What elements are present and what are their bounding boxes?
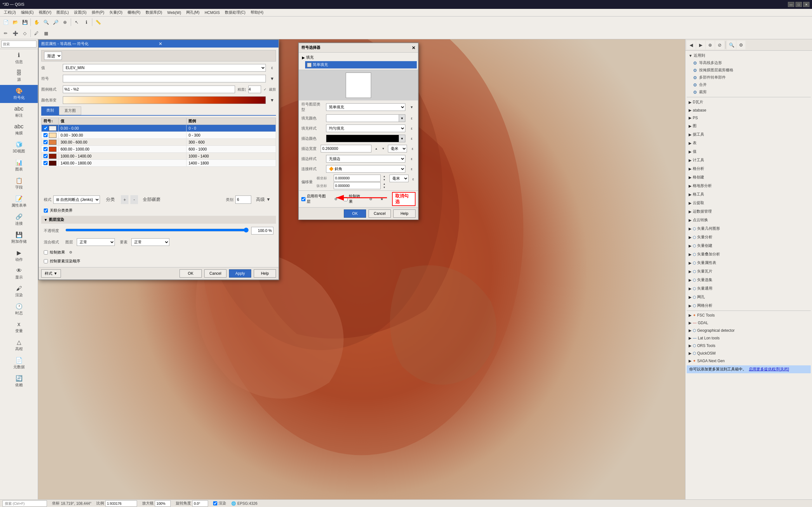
y-offset-up[interactable]: ▲ xyxy=(382,182,387,186)
color-swatch[interactable] xyxy=(49,126,56,131)
enable-layer-label[interactable]: 启用符号图层 xyxy=(301,193,328,205)
data-tools-header[interactable]: ▶ 据工具 xyxy=(687,131,811,138)
join-style-select[interactable]: 🔶 斜角 xyxy=(326,165,405,173)
topology-btn[interactable]: ▦ xyxy=(42,29,50,38)
row-checkbox[interactable] xyxy=(44,154,48,158)
zoom-out-btn[interactable]: 🔎 xyxy=(51,18,60,26)
close-button[interactable]: ✕ xyxy=(803,2,809,7)
lat-lon-header[interactable]: ▶ — Lat Lon tools xyxy=(687,335,811,341)
row-check[interactable] xyxy=(42,146,59,153)
sym-tree-fill[interactable]: ▶ 填充 xyxy=(300,54,417,61)
y-offset-down[interactable]: ▼ xyxy=(382,186,387,189)
x-offset-input[interactable] xyxy=(334,175,380,181)
fill-style-select[interactable]: 均匀填充 xyxy=(326,124,405,132)
panel-item-multi-single[interactable]: ⚙ 多部件转单部件 xyxy=(687,74,811,81)
sidebar-item-labels[interactable]: abc 标注 xyxy=(0,103,38,121)
zoom-in-btn[interactable]: 🔍 xyxy=(42,18,50,26)
crs-display[interactable]: 🌐 EPSG:4326 xyxy=(231,501,257,506)
map-canvas[interactable]: 图层属性 - 等高线 — 符号化 ✕ 渐进 值 ELEV_MIN xyxy=(38,39,685,499)
table-row[interactable]: 300.00 - 600.00 300 - 600 xyxy=(42,139,276,146)
grid-create-header[interactable]: ▶ 格创建 xyxy=(687,174,811,181)
symbol-selector-close-btn[interactable]: ✕ xyxy=(412,45,415,50)
draw-effects-check-label[interactable]: 绘制效果 xyxy=(344,193,363,205)
draw-effects-checkbox[interactable] xyxy=(44,250,48,255)
menu-processing[interactable]: 数据处理(C) xyxy=(222,9,248,16)
database-header[interactable]: ▶ atabase xyxy=(687,107,811,113)
stroke-width-expr-btn[interactable]: ε xyxy=(409,144,415,153)
digitize-btn[interactable]: 🖊 xyxy=(32,29,41,38)
enable-layer-checkbox[interactable] xyxy=(301,197,305,201)
advanced-btn[interactable]: 高级 ▼ xyxy=(253,195,273,204)
add-class-btn[interactable]: + xyxy=(121,195,129,204)
classify-btn[interactable]: 分类 xyxy=(102,195,119,204)
magnifier-input[interactable] xyxy=(155,500,171,507)
layer-rendering-header[interactable]: ▼ 图层渲染 xyxy=(41,216,276,224)
menu-view[interactable]: 视图(V) xyxy=(36,9,54,16)
sidebar-item-diagram[interactable]: 📊 图表 xyxy=(0,157,38,175)
vector-geom-header[interactable]: ▶ ⬡ 矢量几何图形 xyxy=(687,225,811,232)
stroke-style-select[interactable]: 无描边 xyxy=(326,155,405,163)
row-checkbox[interactable] xyxy=(44,147,48,151)
draw-effects-edit-btn[interactable]: ⚙ xyxy=(67,249,74,256)
precision-input[interactable] xyxy=(248,86,261,93)
renderer-select[interactable]: 渐进 xyxy=(44,52,62,60)
menu-mesh[interactable]: 网孔(M) xyxy=(184,9,202,16)
pan-btn[interactable]: ✋ xyxy=(32,18,41,26)
row-check[interactable] xyxy=(42,125,59,132)
grid-analysis2-header[interactable]: ▶ ⬡ 网格分析 xyxy=(687,302,811,309)
add-feature-btn[interactable]: ➕ xyxy=(11,29,20,38)
table-row[interactable]: 0.00 - 300.00 0 - 300 xyxy=(42,132,276,139)
vector-overlay-header[interactable]: ▶ ⬡ 矢量叠加分析 xyxy=(687,250,811,258)
fsc-tools-header[interactable]: ▶ ✦ FSC Tools xyxy=(687,312,811,319)
sidebar-item-3dview[interactable]: 🧊 3D视图 xyxy=(0,138,38,157)
row-check[interactable] xyxy=(42,132,59,139)
right-tb-btn-1[interactable]: ◀ xyxy=(687,41,696,49)
fill-color-box[interactable]: ▼ xyxy=(326,114,405,122)
notification-link[interactable]: 启用更多提供程序[关闭] xyxy=(749,367,789,372)
control-render-checkbox[interactable] xyxy=(44,259,48,263)
measure-btn[interactable]: 📏 xyxy=(94,18,102,26)
sym-tree-simple-fill[interactable]: 简单填充 xyxy=(305,61,417,68)
menu-database[interactable]: 数据库(D) xyxy=(143,9,165,16)
sym-ok-button[interactable]: OK xyxy=(344,210,366,218)
render-checkbox[interactable] xyxy=(213,501,217,505)
sidebar-item-display[interactable]: 👁 显示 xyxy=(0,265,38,283)
join-style-expr-btn[interactable]: ε xyxy=(408,164,415,173)
geo-detector-header[interactable]: ▶ ⬡ Geographical detector xyxy=(687,327,811,334)
search-status-input[interactable] xyxy=(3,500,47,507)
color-swatch[interactable] xyxy=(49,133,56,138)
raster-data-header[interactable]: ▶ 运数据管理 xyxy=(687,208,811,215)
stroke-color-btn[interactable]: ▼ xyxy=(399,135,405,142)
rotation-input[interactable] xyxy=(192,500,208,507)
panel-item-clip-raster[interactable]: ⚙ 按掩膜图层裁剪栅格 xyxy=(687,66,811,74)
opacity-slider[interactable] xyxy=(65,228,249,233)
sidebar-item-dependencies[interactable]: 🔄 依赖 xyxy=(0,372,38,390)
remove-class-btn[interactable]: - xyxy=(131,195,138,204)
fill-color-expr-btn[interactable]: ε xyxy=(408,114,415,123)
sidebar-item-elevation[interactable]: △ 高程 xyxy=(0,336,38,354)
style-button[interactable]: 样式 ▼ xyxy=(41,269,61,278)
mesh-header[interactable]: ▶ ⬡ 网孔 xyxy=(687,293,811,301)
calc-header[interactable]: ▶ 计工具 xyxy=(687,157,811,164)
color-swatch[interactable] xyxy=(49,154,56,159)
menu-vector[interactable]: 矢量(O) xyxy=(107,9,125,16)
sym-type-expand-btn[interactable]: ▼ xyxy=(408,103,415,112)
sym-type-select[interactable]: 简单填充 xyxy=(326,103,405,111)
symbol-change-btn[interactable]: ▼ xyxy=(268,75,276,82)
vector-attr-header[interactable]: ▶ ⬡ 矢量属性表 xyxy=(687,259,811,267)
value-header[interactable]: ▶ 值 xyxy=(687,148,811,155)
menu-layer[interactable]: 图层(L) xyxy=(54,9,71,16)
delete-all-btn[interactable]: 全部碾磨 xyxy=(140,195,163,204)
vector-tile-header[interactable]: ▶ ⬡ 矢量瓦片 xyxy=(687,268,811,275)
row-checkbox[interactable] xyxy=(44,161,48,165)
stroke-color-box[interactable]: ▼ xyxy=(326,135,405,142)
menu-web[interactable]: Web(W) xyxy=(165,10,184,15)
grid-tools-header[interactable]: ▶ 格工具 xyxy=(687,191,811,198)
menu-raster[interactable]: 栅格(R) xyxy=(125,9,143,16)
enable-layer-edit-btn[interactable]: ⚙ xyxy=(333,196,340,202)
panel-item-clip[interactable]: ⚙ 裁剪 xyxy=(687,89,811,96)
sidebar-item-temporal[interactable]: 🕐 时态 xyxy=(0,300,38,319)
fill-style-expr-btn[interactable]: ε xyxy=(408,124,415,133)
right-tb-btn-6[interactable]: ⚙ xyxy=(737,41,745,49)
stroke-width-down[interactable]: ▼ xyxy=(381,147,386,151)
